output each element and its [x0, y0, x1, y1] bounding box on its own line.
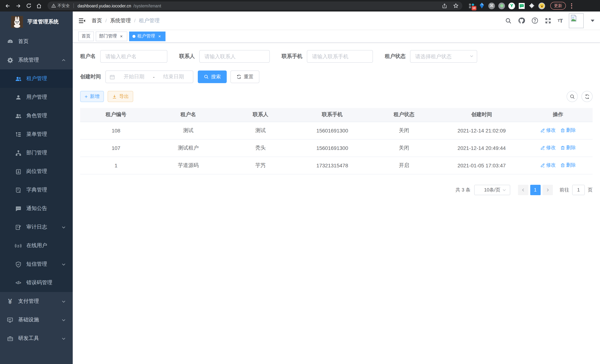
refresh-icon: [584, 94, 590, 99]
sidebar-logo[interactable]: 芋道管理系统: [0, 11, 73, 32]
contact-mobile-input[interactable]: [307, 50, 373, 63]
chevron-down-icon: [61, 262, 66, 267]
sidebar-item-dept[interactable]: 部门管理: [0, 144, 73, 162]
add-button[interactable]: + 新增: [80, 91, 104, 102]
sidebar-item-user[interactable]: 用户管理: [0, 88, 73, 106]
font-size-icon[interactable]: TT: [558, 18, 562, 24]
sidebar-item-tenant[interactable]: 租户管理: [0, 69, 73, 88]
header-search-icon[interactable]: [505, 17, 512, 24]
page-number-1[interactable]: 1: [530, 185, 540, 195]
browser-home-icon[interactable]: [35, 2, 43, 10]
edit-link[interactable]: 修改: [540, 127, 556, 134]
avatar-dropdown-icon[interactable]: [591, 19, 594, 22]
search-icon: [204, 74, 209, 79]
end-date-placeholder: 结束日期: [158, 74, 189, 80]
sidebar-item-error-code[interactable]: </>错误码管理: [0, 273, 73, 292]
trash-icon: [560, 163, 565, 168]
tenant-status-select[interactable]: [410, 50, 477, 63]
goto-page-input[interactable]: [572, 185, 585, 195]
table-row: 108测试测试15601691300关闭2021-12-14 21:02:09修…: [80, 122, 593, 139]
close-icon[interactable]: ×: [119, 34, 124, 39]
sidebar-item-system[interactable]: 系统管理: [0, 51, 73, 69]
tag-home[interactable]: 首页: [78, 31, 94, 41]
extension-emoji-icon[interactable]: [538, 2, 545, 9]
extension-kite-icon[interactable]: [478, 2, 485, 9]
share-icon[interactable]: [442, 3, 447, 8]
col-contact: 联系人: [225, 108, 297, 122]
browser-update-button[interactable]: 更新: [550, 2, 566, 10]
reset-button[interactable]: 重置: [230, 71, 259, 83]
sidebar-item-label: 首页: [18, 38, 28, 45]
cell-id: 107: [80, 139, 152, 157]
edit-link[interactable]: 修改: [540, 145, 556, 151]
tenant-name-input[interactable]: [100, 50, 167, 63]
breadcrumb-home[interactable]: 首页: [92, 17, 102, 24]
extension-yuque-icon[interactable]: Y: [508, 2, 515, 9]
page-size-select[interactable]: 10条/页: [474, 185, 510, 195]
user-avatar[interactable]: [569, 13, 584, 28]
sidebar-item-pay[interactable]: ¥支付管理: [0, 292, 73, 311]
sidebar-item-label: 通知公告: [26, 205, 47, 212]
breadcrumb-system[interactable]: 系统管理: [110, 17, 131, 24]
sidebar-item-notice[interactable]: 通知公告: [0, 199, 73, 218]
tag-tenant-management[interactable]: 租户管理 ×: [129, 31, 166, 41]
delete-link[interactable]: 删除: [560, 162, 576, 169]
table-row: 107测试租户秃头15601691300关闭2021-12-14 20:49:4…: [80, 139, 593, 157]
extension-chat-icon[interactable]: [518, 2, 525, 9]
edit-link[interactable]: 修改: [540, 162, 556, 169]
help-icon[interactable]: [531, 17, 538, 24]
browser-back-icon[interactable]: [4, 2, 12, 10]
table-header-row: 租户编号 租户名 联系人 联系手机 租户状态 创建时间 操作: [80, 108, 593, 122]
delete-link[interactable]: 删除: [560, 127, 576, 134]
sidebar-item-dict[interactable]: 字典管理: [0, 181, 73, 199]
sidebar-item-home[interactable]: 首页: [0, 32, 73, 51]
browser-menu-icon[interactable]: [571, 3, 572, 8]
tenant-status-select-input[interactable]: [410, 50, 477, 63]
users-icon: [15, 112, 21, 119]
cell-contact: 芋艿: [225, 157, 297, 174]
sidebar-item-label: 在线用户: [26, 242, 47, 249]
contact-name-input[interactable]: [199, 50, 270, 63]
extension-record-icon[interactable]: [498, 2, 505, 9]
close-icon[interactable]: ×: [157, 34, 162, 39]
browser-reload-icon[interactable]: [25, 2, 33, 10]
tag-dept-management[interactable]: 部门管理 ×: [96, 31, 127, 41]
extensions-puzzle-icon[interactable]: [528, 2, 535, 9]
export-button[interactable]: 导出: [108, 91, 133, 102]
sidebar-item-infra[interactable]: 基础设施: [0, 311, 73, 329]
github-icon[interactable]: [518, 17, 525, 24]
browser-forward-icon[interactable]: [14, 2, 22, 10]
table-row: 1芋道源码芋艿17321315478开启2021-01-05 17:03:47修…: [80, 157, 593, 174]
next-page-button[interactable]: [542, 185, 553, 195]
extension-command-icon[interactable]: ⌘: [488, 2, 495, 9]
sidebar-item-dev-tool[interactable]: 研发工具: [0, 329, 73, 348]
sidebar-item-online-user[interactable]: 在线用户: [0, 236, 73, 255]
broken-image-icon: [570, 14, 577, 22]
sidebar-item-sms[interactable]: 短信管理: [0, 255, 73, 273]
chevron-down-icon: [502, 187, 506, 192]
sidebar-item-label: 审计日志: [26, 224, 47, 230]
cell-mobile: 17321315478: [297, 157, 368, 174]
tenant-name-label: 租户名: [80, 53, 96, 60]
refresh-table-button[interactable]: [581, 91, 593, 102]
extension-grid-icon[interactable]: 10: [468, 2, 475, 9]
sidebar-collapse-icon[interactable]: [78, 17, 86, 24]
search-button[interactable]: 搜索: [198, 71, 227, 83]
online-icon: [15, 242, 21, 249]
create-time-range-picker[interactable]: 开始日期 - 结束日期: [105, 71, 193, 83]
sidebar-item-post[interactable]: 岗位管理: [0, 162, 73, 181]
toggle-search-button[interactable]: [567, 91, 578, 102]
breadcrumb: 首页 / 系统管理 / 租户管理: [92, 17, 160, 24]
not-secure-warning[interactable]: 不安全: [51, 3, 70, 9]
message-icon: [15, 205, 21, 212]
sidebar-item-label: 支付管理: [18, 298, 39, 305]
fullscreen-icon[interactable]: [544, 17, 551, 24]
delete-link[interactable]: 删除: [560, 145, 576, 151]
sidebar-item-audit-log[interactable]: 审计日志: [0, 218, 73, 236]
cell-status: 关闭: [368, 122, 440, 139]
sidebar-item-menu[interactable]: 菜单管理: [0, 125, 73, 144]
sidebar-item-role[interactable]: 角色管理: [0, 106, 73, 125]
url-bar[interactable]: 不安全 dashboard.yudao.iocoder.cn/system/te…: [47, 1, 462, 10]
bookmark-star-icon[interactable]: [453, 3, 459, 9]
prev-page-button[interactable]: [518, 185, 528, 195]
